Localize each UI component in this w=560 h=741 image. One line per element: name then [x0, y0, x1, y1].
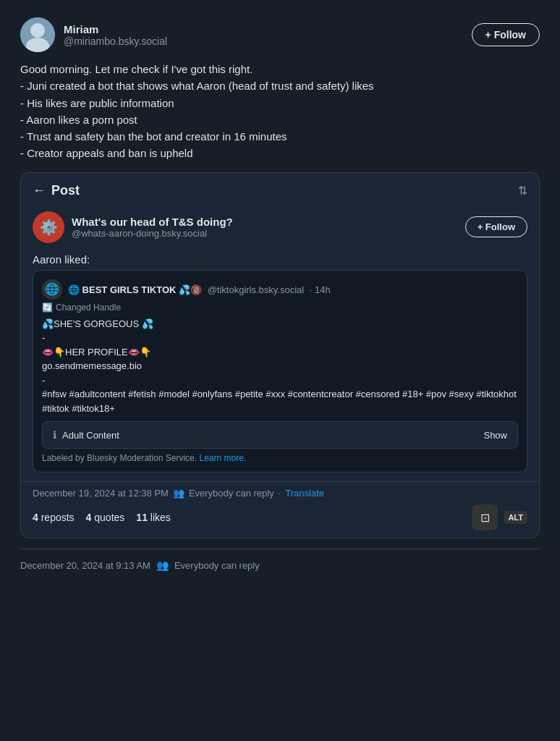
- embedded-nav: ← Post: [33, 183, 80, 198]
- liked-text-3: 👄👇HER PROFILE👄👇: [42, 347, 151, 357]
- inner-handle[interactable]: @whats-aaron-doing.bsky.social: [72, 228, 458, 239]
- main-post-header: Miriam @miriambo.bsky.social + Follow: [20, 17, 540, 52]
- liked-post-text: 💦SHE'S GORGEOUS 💦 - 👄👇HER PROFILE👄👇 go.s…: [42, 317, 518, 416]
- inner-display-name[interactable]: What's our head of T&S doing?: [72, 216, 458, 228]
- reposts-count: 4 reposts: [33, 512, 75, 523]
- aaron-liked-label: Aaron liked:: [21, 247, 539, 270]
- svg-point-1: [30, 23, 45, 38]
- post-text-line-1: Good morning. Let me check if I've got t…: [20, 63, 253, 75]
- sort-icon[interactable]: ⇅: [518, 184, 527, 198]
- liked-text-5: -: [42, 375, 45, 386]
- adult-content-label: Adult Content: [62, 430, 119, 441]
- liked-text-2: -: [42, 332, 45, 343]
- follow-button[interactable]: + Follow: [472, 23, 540, 46]
- embedded-post-card: ← Post ⇅ ⚙️ What's our head of T&S doing…: [20, 172, 540, 539]
- main-post-footer: December 20, 2024 at 9:13 AM 👥 Everybody…: [20, 552, 540, 574]
- divider: [20, 549, 540, 549]
- post-footer: December 19, 2024 at 12:38 PM 👥 Everybod…: [21, 481, 539, 538]
- user-info: Miriam @miriambo.bsky.social: [64, 23, 463, 47]
- adult-content-left: ℹ Adult Content: [53, 429, 119, 441]
- liked-post-meta: 🌐 BEST GIRLS TIKTOK 💦🔞 @tiktokgirls.bsky…: [68, 283, 331, 296]
- labeled-by-text: Labeled by Bluesky Moderation Service. L…: [42, 453, 518, 463]
- display-name[interactable]: Miriam: [64, 23, 463, 35]
- embedded-post-title: Post: [51, 183, 80, 198]
- show-button[interactable]: Show: [483, 430, 507, 441]
- info-icon: ℹ: [53, 429, 56, 441]
- inner-post-header: ⚙️ What's our head of T&S doing? @whats-…: [21, 204, 539, 247]
- adult-content-box: ℹ Adult Content Show: [42, 421, 518, 449]
- likes-count: 11 likes: [136, 512, 170, 523]
- post-text-line-4: - Aaron likes a porn post: [20, 114, 137, 126]
- handle[interactable]: @miriambo.bsky.social: [64, 35, 463, 47]
- embedded-nav-bar: ← Post ⇅: [21, 173, 539, 204]
- quotes-count: 4 quotes: [86, 512, 125, 523]
- translate-link[interactable]: Translate: [285, 488, 324, 499]
- liked-post-card: 🌐 🌐 BEST GIRLS TIKTOK 💦🔞 @tiktokgirls.bs…: [33, 270, 527, 473]
- main-post: Miriam @miriambo.bsky.social + Follow Go…: [9, 9, 551, 583]
- post-text-line-3: - His likes are public information: [20, 97, 174, 109]
- liked-author-name[interactable]: 🌐 BEST GIRLS TIKTOK 💦🔞 @tiktokgirls.bsky…: [68, 284, 331, 295]
- post-text-line-5: - Trust and safety ban the bot and creat…: [20, 130, 287, 143]
- changed-handle-notice: 🔄 Changed Handle: [42, 302, 518, 313]
- changed-handle-icon: 🔄: [42, 302, 53, 313]
- post-text-line-2: - Juni created a bot that shows what Aar…: [20, 80, 374, 92]
- avatar[interactable]: [20, 17, 55, 52]
- learn-more-link[interactable]: Learn more.: [199, 453, 246, 463]
- liked-post-header: 🌐 🌐 BEST GIRLS TIKTOK 💦🔞 @tiktokgirls.bs…: [42, 279, 518, 300]
- post-datetime: December 19, 2024 at 12:38 PM 👥 Everybod…: [33, 488, 527, 499]
- liked-text-4: go.sendmemessage.bio: [42, 360, 142, 371]
- liked-text-1: 💦SHE'S GORGEOUS 💦: [42, 318, 153, 329]
- post-text: Good morning. Let me check if I've got t…: [20, 61, 540, 162]
- inner-follow-button[interactable]: + Follow: [465, 216, 527, 237]
- inner-user-info: What's our head of T&S doing? @whats-aar…: [72, 216, 458, 239]
- liked-text-6: #nfsw #adultcontent #fetish #model #only…: [42, 389, 517, 414]
- screenshot-button[interactable]: ⊡: [472, 504, 498, 530]
- inner-avatar[interactable]: ⚙️: [33, 211, 64, 243]
- main-post-datetime: December 20, 2024 at 9:13 AM: [20, 560, 150, 571]
- alt-badge: ALT: [504, 511, 527, 524]
- liked-avatar[interactable]: 🌐: [42, 279, 62, 300]
- people-icon: 👥: [156, 559, 169, 571]
- back-arrow-icon[interactable]: ←: [33, 183, 46, 198]
- main-post-reply-permission: Everybody can reply: [174, 560, 260, 571]
- post-stats: 4 reposts 4 quotes 11 likes: [33, 512, 171, 523]
- post-text-line-6: - Creator appeals and ban is upheld: [20, 147, 193, 159]
